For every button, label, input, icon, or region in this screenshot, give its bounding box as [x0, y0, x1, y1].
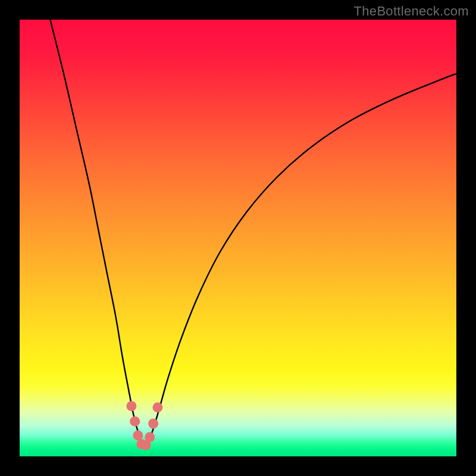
- curve-marker: [145, 432, 155, 442]
- curve-marker: [148, 418, 158, 428]
- bottleneck-curve: [50, 20, 456, 446]
- curve-marker: [130, 416, 140, 427]
- curve-marker: [152, 402, 162, 412]
- curve-layer: [20, 20, 456, 456]
- chart-frame: TheBottleneck.com: [0, 0, 476, 476]
- watermark-text: TheBottleneck.com: [354, 4, 469, 19]
- marker-group: [126, 401, 162, 450]
- curve-marker: [133, 430, 143, 440]
- curve-marker: [126, 401, 136, 411]
- plot-area: [20, 20, 456, 456]
